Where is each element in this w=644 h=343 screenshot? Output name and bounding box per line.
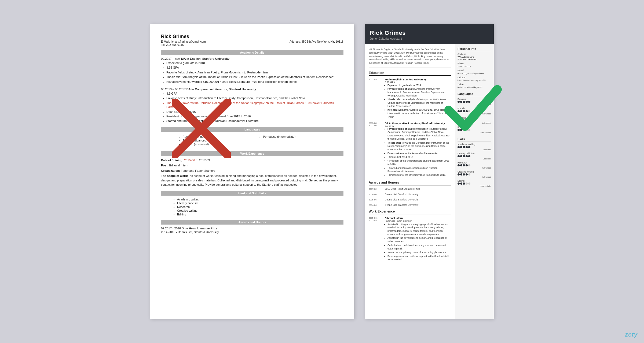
sb-lang-spanish-dots (458, 120, 491, 122)
sb-twitter-value: twitter.com/rickyfillygrimes (458, 86, 491, 88)
modern-edu-ma-gpa: 3.95 GPA (385, 81, 451, 84)
modern-sidebar: Personal Info Address 7 W. Adams LaneSta… (455, 44, 494, 319)
modern-work-job-title: Editorial Intern (385, 217, 451, 219)
classic-contact-left: E-Mail: richard.f.grimes@gmail.com Tel: … (161, 40, 206, 46)
list-item: Favorite fields of study: American Poetr… (166, 70, 343, 74)
sb-skill-cw-dots (458, 173, 491, 176)
sb-linkedin-label: LinkedIn (458, 76, 491, 79)
edu-ba-bullets: 3.9 GPA Favorite fields of study: Introd… (166, 92, 343, 123)
modern-award-4: 2014-06 Dean's List, Stanford University (369, 204, 451, 206)
work-post-value: Editorial Intern (169, 164, 188, 167)
edu-ma-degree: MA in English, Stanford University (181, 57, 229, 60)
list-item: 02.2017 - 2016 Drue Heinz Literature Pri… (161, 227, 343, 230)
modern-edu-ma-date: 2017-09 (369, 78, 383, 119)
address-value: 350 5th Ave New York, NY, 10118 (301, 40, 343, 43)
modern-name: Rick Grimes (370, 29, 489, 36)
sb-skill-lc-name: Literary Criticism (458, 152, 491, 155)
modern-award-4-date: 2014-06 (369, 204, 383, 206)
skills-list: Academic writing Literary criticism Rese… (177, 198, 343, 216)
modern-edu-ba-content: BA in Comparative Literature, Stanford U… (385, 122, 451, 177)
dot (468, 101, 470, 103)
modern-edu-ma-bullets: Expected to graduate in 2018 Favorite fi… (387, 84, 451, 118)
dot (468, 110, 470, 112)
sb-skill-lc-level: Excellent (458, 158, 491, 160)
list-item: Collected and distributed incoming mail … (387, 244, 451, 250)
sb-lang-russian-name: Russian (458, 98, 491, 100)
modern-edu-ma-degree: MA in English, Stanford University (385, 78, 451, 81)
dot (463, 173, 465, 176)
awards-bar: Awards and Honors (161, 220, 343, 225)
sb-skill-r-dots (458, 164, 491, 166)
modern-work-date: 2015-06 -2017-09 (369, 217, 383, 262)
sb-skill-aw-dots (458, 146, 491, 148)
sb-lang-portugese-dots (458, 129, 491, 131)
list-item: Editing (177, 213, 343, 216)
modern-header: Rick Grimes Junior Editorial Assistant (365, 24, 494, 44)
awards-list: 02.2017 - 2016 Drue Heinz Literature Pri… (161, 227, 343, 234)
sb-lang-portugese-name: Portugese (458, 126, 491, 129)
dot (460, 182, 462, 185)
sb-personal-title: Personal Info (458, 47, 491, 51)
dot (460, 129, 462, 131)
list-item: Literary criticism (177, 202, 343, 205)
dot (468, 146, 470, 148)
dot (468, 182, 470, 185)
dot (468, 120, 470, 122)
dot (463, 101, 465, 103)
list-item: Dean's List 2014-2016 (166, 110, 343, 114)
sb-phone-value: 202-555-0115 (458, 65, 491, 68)
academic-details-bar: Academic Details (161, 50, 343, 55)
list-item: Key achievement: Awarded $15,000 2017 Dr… (387, 108, 451, 118)
modern-award-2-date: 2016-06 (369, 193, 383, 196)
dot (466, 146, 468, 148)
edu-entry-ma: 09.2017 – now MA in English, Stanford Un… (161, 57, 343, 84)
dot (458, 164, 460, 166)
email-value: richard.f.grimes@gmail.com (171, 40, 206, 43)
sb-skill-r-name: Research (458, 161, 491, 164)
edu-ba-degree: BA in Comparative Literature, Stanford U… (186, 88, 256, 91)
dot (463, 146, 465, 148)
dot (460, 120, 462, 122)
modern-awards-title: Awards and Honors (369, 181, 451, 185)
dot (466, 182, 468, 185)
lang-col-1: Russian (bilingual) French (advanced) Sp… (177, 135, 247, 146)
modern-work-bullets: Assisted in hiring and managing a pool o… (387, 223, 451, 262)
modern-edu-entry-ba: 2013-082017-06 BA in Comparative Literat… (369, 122, 451, 177)
modern-main: MA Student in English at Stanford Univer… (365, 44, 455, 319)
list-item: 2014-2016 - Dean's List, Stanford Univer… (161, 230, 343, 234)
sb-email-label: E-mail (458, 69, 491, 72)
list-item: Thesis title: 'Towards the Derridian Dec… (166, 101, 343, 109)
dot (460, 155, 462, 157)
modern-award-3-title: Dean's List, Stanford University (385, 198, 451, 201)
work-org-label: Organization: (161, 169, 180, 172)
sb-lang-russian-level: Bilingual (458, 103, 491, 106)
sb-lang-spanish-level: Advanced (458, 122, 491, 124)
modern-award-2: 2016-06 Dean's List, Stanford University (369, 193, 451, 196)
modern-award-4-title: Dean's List, Stanford University (385, 204, 451, 206)
tel-label: Tel: (161, 43, 165, 46)
modern-resume: Rick Grimes Junior Editorial Assistant M… (365, 24, 494, 319)
dot (463, 155, 465, 157)
dot (466, 129, 468, 131)
list-item: Served as the primary contact for incomi… (387, 251, 451, 254)
work-date-label: Date of Joining: (161, 159, 184, 162)
sb-skill-e-name: Editing (458, 180, 491, 182)
list-item: Expected to graduate in 2018 (387, 84, 451, 87)
list-item: Expected to graduate in 2018 (166, 61, 343, 65)
dot (458, 182, 460, 185)
sb-languages-title: Languages (458, 92, 491, 96)
modern-work-entry: 2015-06 -2017-09 Editorial Intern Faber … (369, 217, 451, 262)
modern-title: Junior Editorial Assistant (370, 37, 489, 40)
sb-skill-e-level: Intermediate (458, 185, 491, 187)
sb-skill-r-level: Advanced (458, 167, 491, 169)
dot (458, 110, 460, 112)
zety-watermark: zety (625, 331, 638, 338)
lang-col-2: Portugese (intermediate) (258, 135, 327, 146)
sb-address-value: 7 W. Adams LaneStanford, CA 94116 (458, 56, 491, 61)
dot (466, 173, 468, 176)
list-item: • Chief Editor of the University Blog fr… (387, 173, 451, 177)
list-item: Assisted in the development, design, and… (387, 236, 451, 243)
list-item: 3.95 GPA (166, 66, 343, 70)
languages-bar: Languages (161, 127, 343, 132)
dot (463, 164, 465, 166)
